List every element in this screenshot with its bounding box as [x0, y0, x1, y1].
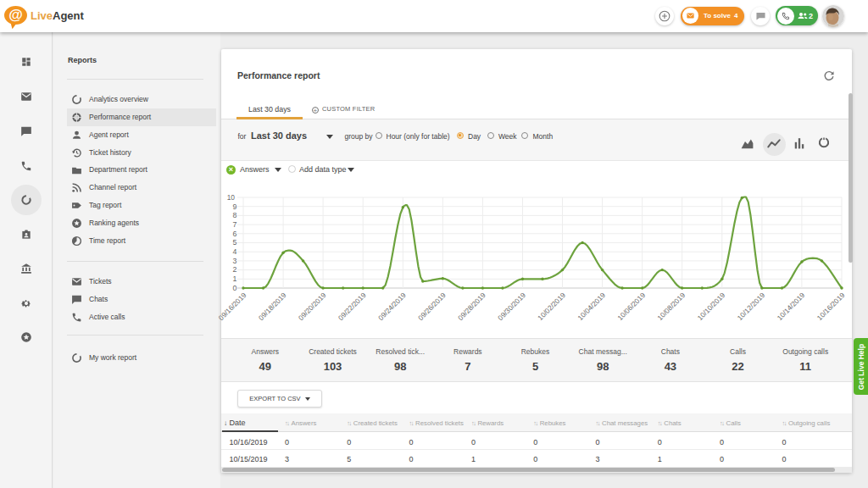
- svg-text:5: 5: [233, 238, 237, 247]
- svg-text:10/12/2019: 10/12/2019: [736, 291, 767, 322]
- svg-text:09/18/2019: 09/18/2019: [257, 291, 288, 322]
- svg-text:09/26/2019: 09/26/2019: [416, 291, 448, 322]
- svg-text:09/24/2019: 09/24/2019: [376, 291, 408, 322]
- svg-text:10/14/2019: 10/14/2019: [776, 291, 807, 322]
- svg-text:9: 9: [233, 202, 237, 211]
- svg-text:09/28/2019: 09/28/2019: [456, 291, 487, 322]
- svg-text:10: 10: [227, 193, 236, 202]
- svg-text:7: 7: [233, 220, 237, 229]
- svg-text:10/06/2019: 10/06/2019: [615, 291, 647, 322]
- svg-text:10/02/2019: 10/02/2019: [536, 291, 567, 322]
- svg-text:10/08/2019: 10/08/2019: [655, 291, 687, 322]
- svg-text:3: 3: [233, 257, 237, 265]
- svg-text:09/30/2019: 09/30/2019: [496, 291, 527, 322]
- svg-text:6: 6: [233, 230, 237, 238]
- svg-text:2: 2: [233, 265, 237, 274]
- svg-text:09/16/2019: 09/16/2019: [217, 291, 248, 322]
- svg-text:4: 4: [233, 247, 237, 256]
- svg-text:8: 8: [233, 211, 237, 219]
- svg-text:1: 1: [233, 274, 237, 283]
- svg-text:09/20/2019: 09/20/2019: [297, 291, 328, 322]
- svg-text:0: 0: [233, 284, 237, 292]
- svg-text:09/22/2019: 09/22/2019: [337, 291, 368, 322]
- svg-text:10/04/2019: 10/04/2019: [576, 291, 607, 322]
- svg-text:10/10/2019: 10/10/2019: [695, 291, 726, 322]
- svg-text:10/16/2019: 10/16/2019: [815, 291, 847, 322]
